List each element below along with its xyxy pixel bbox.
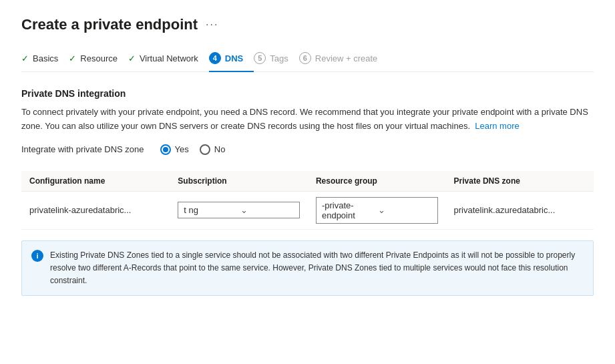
integrate-dns-zone-field: Integrate with private DNS zone Yes No <box>21 144 594 155</box>
chevron-down-icon: ⌄ <box>240 205 294 215</box>
subscription-value: t ng <box>184 205 237 215</box>
integrate-label: Integrate with private DNS zone <box>21 144 144 154</box>
radio-no-input[interactable] <box>200 144 210 155</box>
info-icon: i <box>31 250 43 262</box>
page-header: Create a private endpoint ··· <box>21 16 594 33</box>
col-config-name: Configuration name <box>21 171 170 192</box>
page-title-ellipsis: ··· <box>206 19 218 31</box>
step-tags-label: Tags <box>270 53 288 63</box>
step-review-create-label: Review + create <box>315 53 378 63</box>
step-resource[interactable]: ✓ Resource <box>69 48 128 71</box>
step-review-create[interactable]: 6 Review + create <box>299 47 389 72</box>
page-title: Create a private endpoint <box>21 16 198 33</box>
step-circle-review: 6 <box>299 52 311 64</box>
subscription-dropdown[interactable]: t ng ⌄ <box>178 202 300 218</box>
learn-more-link[interactable]: Learn more <box>475 121 519 131</box>
col-subscription: Subscription <box>170 171 308 192</box>
radio-no[interactable]: No <box>200 144 226 155</box>
dns-table: Configuration name Subscription Resource… <box>21 171 594 230</box>
section-title: Private DNS integration <box>21 88 594 99</box>
step-tags[interactable]: 5 Tags <box>254 47 298 72</box>
radio-no-label: No <box>214 144 226 154</box>
cell-config-name: privatelink-azuredatabric... <box>21 191 170 229</box>
step-circle-tags: 5 <box>254 52 266 64</box>
cell-subscription[interactable]: t ng ⌄ <box>170 191 308 229</box>
table-row: privatelink-azuredatabric... t ng ⌄ -pri… <box>21 191 594 229</box>
check-icon-virtual-network: ✓ <box>128 53 136 63</box>
resource-group-dropdown[interactable]: -private-endpoint ⌄ <box>316 197 438 224</box>
step-dns-label: DNS <box>225 53 243 63</box>
resource-group-value: -private-endpoint <box>322 200 375 220</box>
col-resource-group: Resource group <box>308 171 446 192</box>
wizard-steps: ✓ Basics ✓ Resource ✓ Virtual Network 4 … <box>21 47 594 72</box>
check-icon-resource: ✓ <box>69 53 76 63</box>
chevron-down-icon-2: ⌄ <box>378 205 431 215</box>
cell-private-dns-zone: privatelink.azuredatabric... <box>446 191 594 229</box>
step-dns[interactable]: 4 DNS <box>209 47 254 72</box>
info-text: Existing Private DNS Zones tied to a sin… <box>50 249 584 288</box>
step-virtual-network-label: Virtual Network <box>140 53 198 63</box>
step-basics[interactable]: ✓ Basics <box>21 48 69 71</box>
section-description: To connect privately with your private e… <box>21 106 594 134</box>
radio-yes[interactable]: Yes <box>160 144 189 155</box>
table-header-row: Configuration name Subscription Resource… <box>21 171 594 192</box>
step-circle-dns: 4 <box>209 52 221 64</box>
step-basics-label: Basics <box>33 53 58 63</box>
radio-yes-label: Yes <box>175 144 189 154</box>
check-icon-basics: ✓ <box>21 53 29 63</box>
cell-resource-group[interactable]: -private-endpoint ⌄ <box>308 191 446 229</box>
step-virtual-network[interactable]: ✓ Virtual Network <box>128 48 209 71</box>
col-private-dns-zone: Private DNS zone <box>446 171 594 192</box>
step-resource-label: Resource <box>80 53 118 63</box>
info-box: i Existing Private DNS Zones tied to a s… <box>21 240 594 297</box>
radio-yes-input[interactable] <box>160 144 171 155</box>
